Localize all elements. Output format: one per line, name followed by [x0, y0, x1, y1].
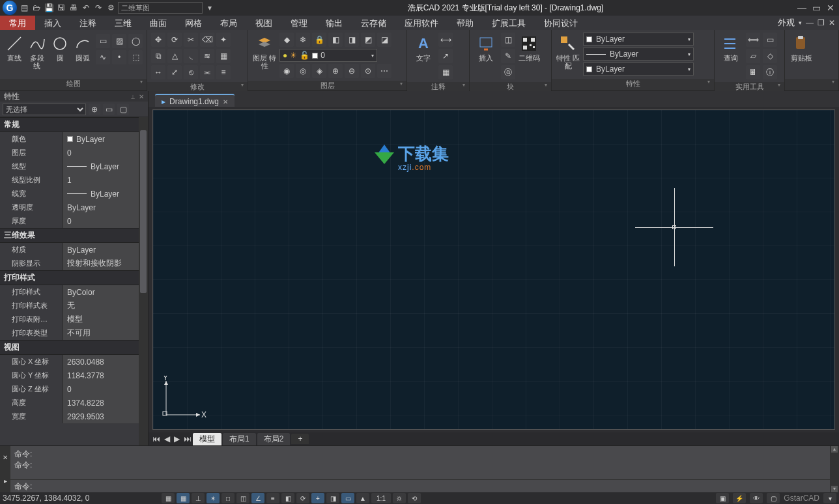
paste-button[interactable]: 剪贴板 — [789, 33, 814, 62]
panel-block-title[interactable]: 块 — [470, 82, 551, 92]
appearance-dropdown[interactable]: 外观 — [778, 17, 795, 29]
layer-freeze-icon[interactable]: ❄ — [296, 33, 310, 47]
maximize-icon[interactable]: ▭ — [810, 3, 822, 13]
dim-linear-icon[interactable]: ⟷ — [438, 33, 453, 47]
layer-lock-icon[interactable]: 🔒 — [312, 33, 326, 47]
layer-iso-icon[interactable]: ◨ — [345, 33, 359, 47]
chevron-down-icon[interactable]: ▾ — [799, 20, 802, 26]
rect-icon[interactable]: ▭ — [96, 34, 110, 48]
property-row[interactable]: 打印样式ByColor — [0, 285, 148, 299]
layout-last-icon[interactable]: ⏭ — [184, 434, 192, 443]
doc-minimize-icon[interactable]: — — [806, 18, 814, 27]
quickselect-icon[interactable]: ◇ — [763, 49, 777, 63]
open-icon[interactable]: 🗁 — [31, 3, 42, 13]
layout-first-icon[interactable]: ⏮ — [152, 434, 160, 443]
attr-icon[interactable]: ⓐ — [501, 65, 515, 79]
rotate-icon[interactable]: ⟳ — [167, 33, 182, 47]
osnap-toggle[interactable]: □ — [221, 493, 235, 503]
isolate-icon[interactable]: 👁 — [750, 493, 763, 503]
property-row[interactable]: 圆心 Y 坐标1184.3778 — [0, 369, 148, 382]
menu-tab-12[interactable]: 帮助 — [448, 16, 483, 30]
array-icon[interactable]: ▦ — [216, 49, 231, 63]
layer-del-icon[interactable]: ⊖ — [345, 64, 359, 78]
annoscale-toggle[interactable]: 1:1 — [371, 493, 391, 503]
tab-model[interactable]: 模型 — [193, 433, 221, 445]
model-toggle[interactable]: ▭ — [341, 493, 354, 503]
redo-icon[interactable]: ↷ — [93, 3, 104, 13]
undo-icon[interactable]: ↶ — [81, 3, 91, 13]
properties-scrollbar[interactable] — [139, 117, 148, 445]
panel-annot-title[interactable]: 注释 — [407, 82, 469, 92]
panel-util-title[interactable]: 实用工具 — [715, 82, 784, 92]
iso-toggle[interactable]: ▲ — [356, 493, 369, 503]
panel-clip-title[interactable] — [785, 79, 838, 91]
layer-combo[interactable]: ● ☀ 🔓 0 ▾ — [279, 49, 377, 62]
insert-button[interactable]: 插入 — [474, 33, 498, 62]
cmd-expand-icon[interactable]: ▸ — [4, 477, 7, 484]
color-combo[interactable]: ByLayer▾ — [583, 33, 694, 46]
tab-layout2[interactable]: 布局2 — [257, 433, 291, 445]
menu-tab-10[interactable]: 云存储 — [352, 16, 395, 30]
text-button[interactable]: A 文字 — [411, 33, 436, 62]
panel-layer-title[interactable]: 图层 — [248, 81, 406, 91]
clean-screen-icon[interactable]: ▢ — [767, 493, 780, 503]
table-icon[interactable]: ▦ — [438, 65, 453, 79]
circle-button[interactable]: 圆 — [50, 33, 70, 62]
layout-prev-icon[interactable]: ◀ — [164, 434, 170, 443]
workspace-dropdown-icon[interactable]: ▾ — [205, 3, 215, 13]
layer-match-icon[interactable]: ◉ — [279, 64, 294, 78]
document-tab[interactable]: ▸ Drawing1.dwg ✕ — [155, 94, 235, 107]
dyn-toggle[interactable]: + — [311, 493, 324, 503]
menu-tab-7[interactable]: 视图 — [246, 16, 281, 30]
minimize-icon[interactable]: — — [796, 3, 808, 13]
maximize-viewport-icon[interactable]: ▣ — [716, 493, 729, 503]
property-row[interactable]: 打印表类型不可用 — [0, 326, 148, 340]
property-row[interactable]: 线型比例1 — [0, 173, 148, 187]
polar-toggle[interactable]: ✶ — [206, 493, 220, 503]
dist-icon[interactable]: ⟺ — [746, 33, 760, 47]
ortho-toggle[interactable]: ⊥ — [192, 493, 205, 503]
saveas-icon[interactable]: 🖫 — [56, 3, 66, 13]
menu-tab-5[interactable]: 网格 — [176, 16, 211, 30]
join-icon[interactable]: ⫘ — [200, 65, 214, 79]
annoreset-toggle[interactable]: ⟲ — [408, 493, 421, 503]
customize-status-icon[interactable]: ▾ — [823, 493, 836, 503]
menu-tab-9[interactable]: 输出 — [317, 16, 352, 30]
stretch-icon[interactable]: ↔ — [151, 65, 165, 79]
lineweight-combo[interactable]: ByLayer▾ — [583, 48, 694, 61]
command-scrollbar[interactable]: ▴ ▾ — [830, 446, 839, 492]
menu-tab-0[interactable]: 常用 — [0, 16, 35, 30]
tab-layout1[interactable]: 布局1 — [223, 433, 256, 445]
select-objects-icon[interactable]: ▢ — [117, 104, 129, 115]
trim-icon[interactable]: ✂ — [184, 33, 198, 47]
qp-toggle[interactable]: ◨ — [326, 493, 339, 503]
otrack-toggle[interactable]: ∠ — [251, 493, 264, 503]
layer-on-icon[interactable]: ◪ — [377, 33, 391, 47]
menu-tab-4[interactable]: 曲面 — [141, 16, 176, 30]
status-coords[interactable]: 3475.2267, 1384.4032, 0 — [3, 494, 152, 503]
spline-icon[interactable]: ∿ — [96, 50, 110, 64]
menu-tab-8[interactable]: 管理 — [281, 16, 317, 30]
property-row[interactable]: 宽度2929.9503 — [0, 410, 148, 423]
property-row[interactable]: 高度1374.8228 — [0, 396, 148, 410]
select-icon[interactable]: ▭ — [763, 33, 777, 47]
property-row[interactable]: 圆心 Z 坐标0 — [0, 382, 148, 396]
scale-icon[interactable]: ⤢ — [167, 65, 182, 79]
property-row[interactable]: 厚度0 — [0, 214, 148, 228]
doc-close-icon[interactable]: ✕ — [829, 18, 835, 27]
layer-merge-icon[interactable]: ⊕ — [328, 64, 343, 78]
category-header[interactable]: 常规 — [0, 117, 148, 132]
property-row[interactable]: 圆心 X 坐标2630.0488 — [0, 355, 148, 369]
polyline-button[interactable]: 多段线 — [27, 33, 47, 70]
property-row[interactable]: 线型ByLayer — [0, 160, 148, 173]
linetype-combo[interactable]: ByLayer▾ — [583, 63, 694, 76]
save-icon[interactable]: 💾 — [44, 3, 54, 13]
qrcode-button[interactable]: 二维码 — [518, 33, 540, 62]
pickadd-icon[interactable]: ▭ — [103, 104, 115, 115]
selection-filter[interactable]: 无选择 — [3, 104, 86, 115]
layer-state-icon[interactable]: ◆ — [279, 33, 294, 47]
tab-close-icon[interactable]: ✕ — [223, 98, 228, 105]
menu-tab-14[interactable]: 协同设计 — [535, 16, 587, 30]
new-icon[interactable]: ▤ — [19, 3, 29, 13]
panel-modify-title[interactable]: 修改 — [147, 82, 248, 92]
